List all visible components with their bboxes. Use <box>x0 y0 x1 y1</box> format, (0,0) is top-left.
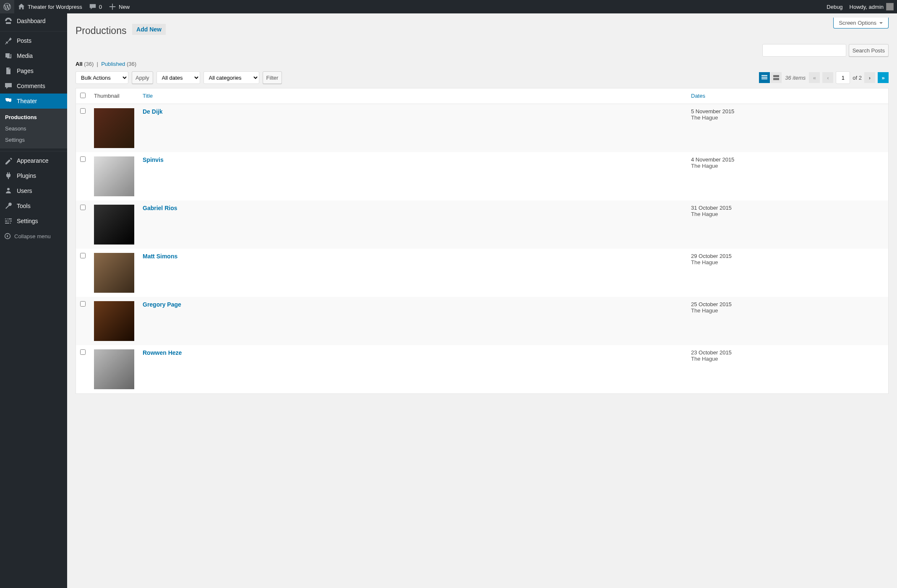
appearance-icon <box>4 156 13 165</box>
comments-count: 0 <box>99 4 102 10</box>
submenu-seasons[interactable]: Seasons <box>0 123 67 134</box>
view-list-button[interactable] <box>759 72 770 83</box>
menu-settings[interactable]: Settings <box>0 213 67 229</box>
excerpt-icon <box>773 74 780 81</box>
page-next-button[interactable]: › <box>864 72 875 83</box>
row-checkbox[interactable] <box>80 253 86 258</box>
pin-icon <box>4 36 13 45</box>
row-title-link[interactable]: Matt Simons <box>143 253 177 260</box>
row-title-link[interactable]: Spinvis <box>143 156 164 163</box>
dashboard-icon <box>4 17 13 25</box>
row-date: 31 October 2015 <box>691 205 884 211</box>
menu-tools[interactable]: Tools <box>0 198 67 213</box>
wp-logo[interactable] <box>0 0 14 13</box>
col-title-sort[interactable]: Title <box>143 93 153 99</box>
page-title: Productions <box>76 25 126 36</box>
theater-icon <box>4 97 13 105</box>
table-row: Rowwen Heze23 October 2015The Hague <box>76 345 888 393</box>
submenu-productions[interactable]: Productions <box>0 112 67 123</box>
row-date: 5 November 2015 <box>691 108 884 114</box>
table-row: Spinvis4 November 2015The Hague <box>76 152 888 200</box>
row-location: The Hague <box>691 356 884 362</box>
wordpress-icon <box>3 3 11 10</box>
dates-filter-select[interactable]: All dates <box>156 71 200 84</box>
menu-comments[interactable]: Comments <box>0 78 67 94</box>
col-dates-sort[interactable]: Dates <box>691 93 705 99</box>
thumbnail[interactable] <box>94 253 134 293</box>
view-excerpt-button[interactable] <box>771 72 782 83</box>
site-title: Theater for Wordpress <box>28 4 82 10</box>
categories-filter-select[interactable]: All categories <box>203 71 259 84</box>
collapse-menu[interactable]: Collapse menu <box>0 229 67 244</box>
apply-button[interactable]: Apply <box>132 71 153 84</box>
filter-button[interactable]: Filter <box>263 71 282 84</box>
menu-plugins[interactable]: Plugins <box>0 168 67 183</box>
thumbnail[interactable] <box>94 349 134 389</box>
thumbnail[interactable] <box>94 156 134 196</box>
thumbnail[interactable] <box>94 301 134 341</box>
tools-icon <box>4 202 13 210</box>
admin-toolbar: Theater for Wordpress 0 New Debug Howdy,… <box>0 0 897 13</box>
col-thumbnail: Thumbnail <box>90 88 138 104</box>
list-icon <box>761 74 768 81</box>
thumbnail[interactable] <box>94 205 134 245</box>
site-home-link[interactable]: Theater for Wordpress <box>14 0 86 13</box>
menu-pages[interactable]: Pages <box>0 63 67 78</box>
productions-table: Thumbnail Title Dates De Dijk5 November … <box>76 88 889 394</box>
table-row: Matt Simons29 October 2015The Hague <box>76 249 888 297</box>
menu-users[interactable]: Users <box>0 183 67 198</box>
row-title-link[interactable]: Gregory Page <box>143 301 181 308</box>
row-date: 25 October 2015 <box>691 301 884 307</box>
row-checkbox[interactable] <box>80 156 86 162</box>
filter-all[interactable]: All <box>76 61 83 67</box>
page-first-button[interactable]: « <box>809 72 820 83</box>
collapse-icon <box>4 233 11 239</box>
row-location: The Hague <box>691 307 884 314</box>
submenu-settings[interactable]: Settings <box>0 134 67 146</box>
comments-link[interactable]: 0 <box>86 0 105 13</box>
row-location: The Hague <box>691 114 884 121</box>
menu-media[interactable]: Media <box>0 48 67 63</box>
table-row: Gabriel Rios31 October 2015The Hague <box>76 200 888 249</box>
search-button[interactable]: Search Posts <box>849 44 889 57</box>
page-icon <box>4 67 13 75</box>
menu-theater[interactable]: Theater <box>0 94 67 109</box>
add-new-button[interactable]: Add New <box>132 24 166 35</box>
row-checkbox[interactable] <box>80 108 86 114</box>
items-count: 36 items <box>785 75 806 81</box>
row-checkbox[interactable] <box>80 205 86 210</box>
row-location: The Hague <box>691 163 884 169</box>
menu-dashboard[interactable]: Dashboard <box>0 13 67 29</box>
page-last-button[interactable]: » <box>878 72 889 83</box>
account-link[interactable]: Howdy, admin <box>846 0 897 13</box>
page-current-input[interactable] <box>836 71 850 84</box>
new-label: New <box>119 4 130 10</box>
page-total-text: of 2 <box>853 75 862 81</box>
row-location: The Hague <box>691 211 884 217</box>
menu-posts[interactable]: Posts <box>0 31 67 48</box>
row-checkbox[interactable] <box>80 349 86 355</box>
bulk-actions-select[interactable]: Bulk Actions <box>76 71 128 84</box>
debug-link[interactable]: Debug <box>823 0 846 13</box>
chevron-down-icon <box>879 21 883 25</box>
media-icon <box>4 52 13 60</box>
search-input[interactable] <box>762 44 846 57</box>
select-all-checkbox[interactable] <box>80 93 86 98</box>
row-checkbox[interactable] <box>80 301 86 307</box>
plugins-icon <box>4 172 13 180</box>
new-content-link[interactable]: New <box>105 0 133 13</box>
page-prev-button[interactable]: ‹ <box>822 72 833 83</box>
comment-icon <box>89 3 96 10</box>
row-location: The Hague <box>691 259 884 265</box>
table-row: Gregory Page25 October 2015The Hague <box>76 297 888 345</box>
home-icon <box>18 3 25 10</box>
row-title-link[interactable]: Rowwen Heze <box>143 349 182 356</box>
menu-appearance[interactable]: Appearance <box>0 151 67 168</box>
comments-icon <box>4 82 13 90</box>
thumbnail[interactable] <box>94 108 134 148</box>
row-title-link[interactable]: De Dijk <box>143 108 162 115</box>
row-title-link[interactable]: Gabriel Rios <box>143 205 177 211</box>
screen-options-toggle[interactable]: Screen Options <box>833 18 889 29</box>
filter-published[interactable]: Published <box>101 61 125 67</box>
avatar <box>886 3 894 10</box>
